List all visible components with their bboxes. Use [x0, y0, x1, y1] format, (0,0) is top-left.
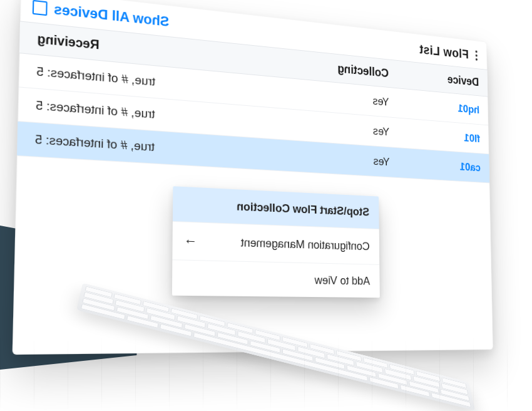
- device-link[interactable]: hq01: [458, 102, 479, 116]
- scene: Flow List Show All Devices Device Collec…: [0, 0, 532, 411]
- menu-item-stop-start[interactable]: Stop\Start Flow Collection: [173, 186, 379, 229]
- checkbox-icon[interactable]: [33, 0, 48, 16]
- menu-item-label: Add to View: [315, 273, 371, 288]
- menu-item-label: Stop\Start Flow Collection: [237, 199, 369, 219]
- menu-item-add-to-view[interactable]: Add to View: [172, 259, 380, 298]
- device-link[interactable]: fl01: [464, 132, 480, 145]
- menu-item-config-mgmt[interactable]: Configuration Management →: [172, 221, 379, 264]
- kebab-menu-icon[interactable]: [473, 48, 479, 63]
- chevron-right-icon: →: [183, 232, 197, 249]
- page-title: Flow List: [419, 42, 469, 62]
- device-link[interactable]: ca01: [460, 160, 481, 174]
- header-left: Flow List: [419, 42, 479, 63]
- context-menu: Stop\Start Flow Collection Configuration…: [172, 186, 380, 298]
- menu-item-label: Configuration Management: [241, 236, 370, 253]
